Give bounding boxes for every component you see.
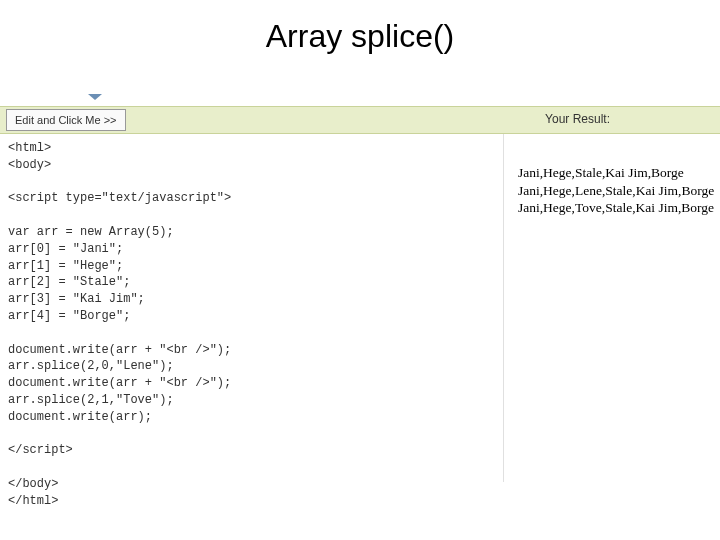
result-line: Jani,Hege,Lene,Stale,Kai Jim,Borge — [518, 182, 720, 200]
result-line: Jani,Hege,Tove,Stale,Kai Jim,Borge — [518, 199, 720, 217]
page-title: Array splice() — [0, 0, 720, 85]
result-line: Jani,Hege,Stale,Kai Jim,Borge — [518, 164, 720, 182]
edit-run-button[interactable]: Edit and Click Me >> — [6, 109, 126, 131]
result-label: Your Result: — [545, 112, 610, 126]
content-area: <html> <body> <script type="text/javascr… — [0, 134, 720, 482]
code-editor[interactable]: <html> <body> <script type="text/javascr… — [0, 134, 504, 482]
dropdown-arrow-icon — [88, 94, 102, 100]
result-panel: Jani,Hege,Stale,Kai Jim,Borge Jani,Hege,… — [504, 134, 720, 482]
